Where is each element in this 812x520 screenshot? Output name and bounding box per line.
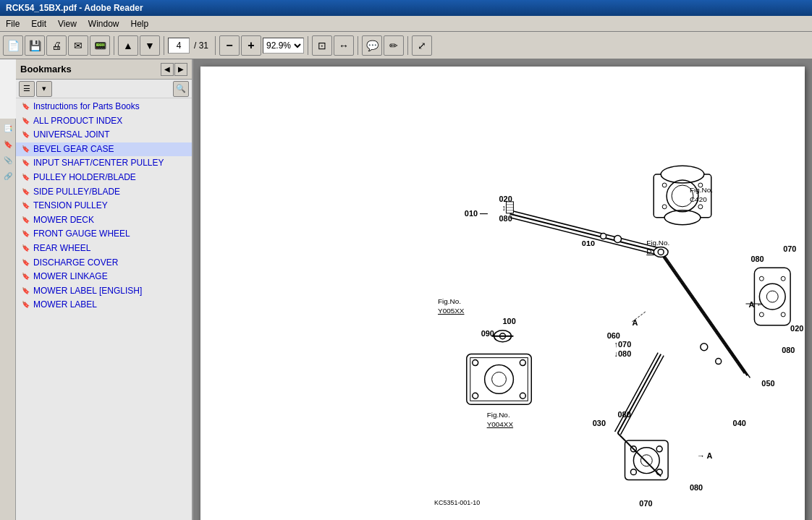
bm-item-instructions[interactable]: 🔖 Instructions for Parts Books (16, 100, 192, 114)
markup-button[interactable]: ✏ (384, 35, 404, 56)
toolbar-separator-4 (308, 36, 308, 55)
side-icon-2[interactable]: 🔖 (1, 137, 14, 150)
bm-toolbar-options-button[interactable]: ▾ (36, 81, 52, 97)
bm-icon-10: 🔖 (22, 230, 30, 239)
bm-icon-7: 🔖 (22, 188, 30, 197)
bm-label-1: Instructions for Parts Books (33, 101, 140, 113)
bm-item-mower-label-en[interactable]: 🔖 MOWER LABEL [ENGLISH] (16, 284, 192, 299)
svg-point-82 (701, 344, 708, 351)
svg-text:040: 040 (733, 419, 746, 427)
bm-item-universal-joint[interactable]: 🔖 UNIVERSAL JOINT (16, 128, 192, 142)
bm-icon-13: 🔖 (22, 273, 30, 281)
bm-label-11: REAR WHEEL (33, 243, 90, 255)
svg-text:100: 100 (503, 317, 516, 325)
svg-text:080: 080 (690, 483, 703, 492)
bm-item-bevel-gear[interactable]: 🔖 BEVEL GEAR CASE (16, 142, 192, 157)
panel-expand-button[interactable]: ▶ (174, 63, 187, 76)
svg-text:070: 070 (783, 244, 796, 253)
bm-item-pulley-holder[interactable]: 🔖 PULLEY HOLDER/BLADE (16, 171, 192, 185)
zoom-out-button[interactable]: − (219, 35, 240, 56)
svg-rect-0 (200, 67, 805, 520)
left-panel: Bookmarks ◀ ▶ ☰ ▾ 🔍 🔖 Instructions for P… (16, 59, 193, 520)
side-icon-3[interactable]: 📎 (1, 153, 14, 166)
bookmarks-list: 🔖 Instructions for Parts Books 🔖 ALL PRO… (16, 98, 192, 520)
menu-file[interactable]: File (0, 17, 25, 30)
page-nav-group: / 31 (168, 38, 211, 54)
menu-view[interactable]: View (52, 17, 83, 30)
side-icon-strip: 📑 🔖 📎 🔗 (0, 119, 16, 520)
bm-item-side-pulley[interactable]: 🔖 SIDE PULLEY/BLADE (16, 185, 192, 200)
svg-text:010: 010 (582, 239, 595, 248)
bm-toolbar-search-button[interactable]: 🔍 (173, 81, 189, 97)
header-btn-group: ◀ ▶ (161, 63, 187, 76)
page-number-input[interactable] (168, 38, 190, 54)
panel-collapse-button[interactable]: ◀ (161, 63, 174, 76)
svg-text:060: 060 (607, 331, 620, 340)
bm-item-tension-pulley[interactable]: 🔖 TENSION PULLEY (16, 199, 192, 213)
bm-icon-6: 🔖 (22, 174, 30, 182)
universal-joint-2 (654, 247, 668, 257)
svg-point-69 (654, 247, 668, 257)
bm-icon-4: 🔖 (22, 145, 30, 154)
svg-text:↑070: ↑070 (614, 340, 632, 349)
email-button[interactable]: ✉ (68, 35, 88, 56)
comment-button[interactable]: 💬 (362, 35, 382, 56)
side-icon-1[interactable]: 📑 (1, 122, 14, 135)
menu-edit[interactable]: Edit (25, 17, 52, 30)
bm-label-2: ALL PRODUCT INDEX (33, 116, 122, 127)
side-icon-4[interactable]: 🔗 (1, 169, 14, 182)
save-button[interactable]: 💾 (25, 35, 45, 56)
bm-icon-2: 🔖 (22, 117, 30, 126)
bm-label-7: SIDE PULLEY/BLADE (33, 187, 120, 198)
svg-text:010 —: 010 — (465, 209, 488, 218)
bm-label-8: TENSION PULLEY (33, 200, 108, 212)
bm-item-discharge-cover[interactable]: 🔖 DISCHARGE COVER (16, 256, 192, 270)
svg-text:Fig.No.: Fig.No. (487, 411, 510, 419)
toolbar: 📄 💾 🖨 ✉ 📟 ▲ ▼ / 31 − + 50% 75% 92.9% 100… (0, 32, 812, 59)
navigate-down-button[interactable]: ▼ (140, 35, 160, 56)
svg-text:↕: ↕ (502, 203, 506, 212)
svg-point-44 (664, 210, 701, 225)
zoom-select[interactable]: 50% 75% 92.9% 100% 125% 150% 200% (263, 38, 304, 54)
page-total: / 31 (191, 41, 211, 51)
bm-label-14: MOWER LABEL [ENGLISH] (33, 286, 142, 297)
svg-text:080: 080 (499, 214, 512, 223)
bm-icon-11: 🔖 (22, 244, 30, 253)
svg-text:Fig.No.: Fig.No. (438, 297, 461, 305)
bm-icon-15: 🔖 (22, 301, 30, 310)
bm-item-rear-wheel[interactable]: 🔖 REAR WHEEL (16, 242, 192, 256)
toolbar-separator-3 (215, 36, 216, 55)
toolbar-separator-5 (358, 36, 358, 55)
bookmarks-toolbar: ☰ ▾ 🔍 (16, 80, 192, 98)
bm-icon-9: 🔖 (22, 216, 30, 225)
fit-width-button[interactable]: ↔ (334, 35, 354, 56)
pdf-content-area[interactable]: Fig.No. C420 Fig.No. D137 Fig.No. Y005XX… (193, 59, 812, 520)
svg-point-81 (601, 234, 606, 239)
fullscreen-button[interactable]: ⤢ (412, 35, 432, 56)
pdf-page: Fig.No. C420 Fig.No. D137 Fig.No. Y005XX… (200, 67, 805, 520)
menu-help[interactable]: Help (125, 17, 155, 30)
bm-item-mower-linkage[interactable]: 🔖 MOWER LINKAGE (16, 270, 192, 284)
bm-item-input-shaft[interactable]: 🔖 INPUT SHAFT/CENTER PULLEY (16, 156, 192, 171)
bm-label-13: MOWER LINKAGE (33, 271, 108, 283)
open-file-button[interactable]: 📄 (3, 35, 23, 56)
bm-icon-1: 🔖 (22, 103, 30, 111)
toolbar-separator-1 (114, 36, 114, 55)
fax-button[interactable]: 📟 (90, 35, 110, 56)
fit-page-button[interactable]: ⊡ (312, 35, 332, 56)
bm-toolbar-list-button[interactable]: ☰ (19, 81, 35, 97)
bm-item-front-gauge[interactable]: 🔖 FRONT GAUGE WHEEL (16, 227, 192, 242)
bm-label-5: INPUT SHAFT/CENTER PULLEY (33, 158, 164, 169)
technical-diagram: Fig.No. C420 Fig.No. D137 Fig.No. Y005XX… (200, 67, 805, 520)
bm-item-all-product[interactable]: 🔖 ALL PRODUCT INDEX (16, 114, 192, 129)
svg-text:Fig.No.: Fig.No. (646, 239, 669, 247)
bm-item-mower-label[interactable]: 🔖 MOWER LABEL (16, 298, 192, 312)
navigate-up-button[interactable]: ▲ (118, 35, 138, 56)
zoom-in-button[interactable]: + (241, 35, 261, 56)
menu-window[interactable]: Window (83, 17, 125, 30)
svg-text:020: 020 (790, 324, 803, 333)
bm-item-mower-deck[interactable]: 🔖 MOWER DECK (16, 213, 192, 228)
print-button[interactable]: 🖨 (46, 35, 67, 56)
bm-label-9: MOWER DECK (33, 215, 94, 226)
svg-text:070: 070 (639, 499, 652, 508)
